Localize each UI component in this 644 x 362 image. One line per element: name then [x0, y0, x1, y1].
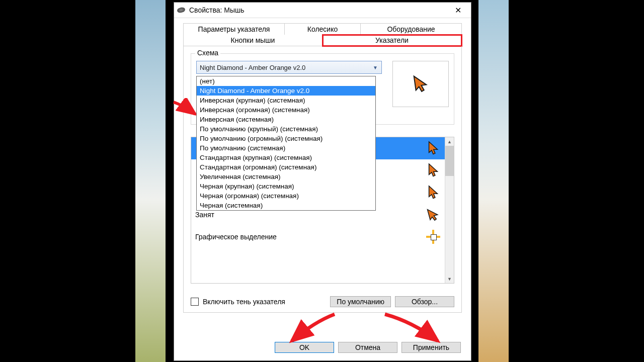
scheme-option[interactable]: (нет): [197, 76, 375, 86]
cursor-busy-icon: [426, 207, 441, 222]
scheme-option[interactable]: Стандартная (огромная) (системная): [197, 162, 375, 172]
svg-marker-0: [414, 75, 427, 93]
scheme-option[interactable]: По умолчанию (системная): [197, 143, 375, 153]
tab-buttons[interactable]: Кнопки мыши: [183, 35, 323, 46]
cursor-precision-icon: [426, 229, 441, 244]
scheme-option[interactable]: Инверсная (огромная) (системная): [197, 105, 375, 115]
cancel-button[interactable]: Отмена: [338, 342, 397, 353]
list-item-label: Графическое выделение: [195, 233, 426, 241]
pointer-shadow-label: Включить тень указателя: [203, 298, 326, 306]
scheme-option[interactable]: Инверсная (крупная) (системная): [197, 96, 375, 105]
mouse-properties-dialog: Свойства: Мышь ✕ Параметры указателя Кол…: [174, 2, 471, 361]
tab-wheel[interactable]: Колесико: [285, 23, 361, 35]
tab-pointer-options[interactable]: Параметры указателя: [183, 23, 285, 35]
tabs: Параметры указателя Колесико Оборудовани…: [183, 23, 462, 46]
scheme-combobox-value: Night Diamond - Amber Orange v2.0: [200, 64, 305, 71]
scroll-thumb[interactable]: [445, 146, 454, 176]
shadow-row: Включить тень указателя По умолчанию Обз…: [191, 296, 454, 307]
mouse-icon: [177, 7, 186, 13]
list-item[interactable]: Графическое выделение: [191, 226, 445, 248]
scheme-combobox[interactable]: Night Diamond - Amber Orange v2.0 ▼: [196, 61, 382, 74]
scroll-track[interactable]: [445, 176, 454, 275]
scheme-option[interactable]: Черная (системная): [197, 201, 375, 210]
scheme-option[interactable]: Увеличенная (системная): [197, 172, 375, 182]
scheme-preview: [392, 61, 449, 107]
close-icon: ✕: [455, 6, 461, 15]
scheme-option[interactable]: Инверсная (системная): [197, 115, 375, 124]
titlebar[interactable]: Свойства: Мышь ✕: [174, 3, 471, 18]
svg-marker-2: [429, 164, 438, 176]
chevron-down-icon: ▼: [371, 63, 379, 71]
tab-hardware[interactable]: Оборудование: [361, 23, 462, 35]
scheme-option[interactable]: Черная (крупная) (системная): [197, 182, 375, 191]
svg-marker-4: [428, 207, 439, 221]
scheme-option[interactable]: Стандартная (крупная) (системная): [197, 153, 375, 162]
scheme-option[interactable]: Night Diamond - Amber Orange v2.0: [197, 86, 375, 96]
ok-button[interactable]: OK: [275, 342, 334, 353]
cursor-help-icon: [426, 163, 441, 178]
background-left: [135, 0, 166, 362]
browse-button[interactable]: Обзор...: [395, 296, 454, 307]
tab-pointers[interactable]: Указатели: [323, 35, 462, 46]
cursor-preview-icon: [412, 74, 429, 94]
scheme-dropdown-list[interactable]: (нет) Night Diamond - Amber Orange v2.0 …: [196, 76, 376, 211]
scheme-group: Схема Night Diamond - Amber Orange v2.0 …: [191, 53, 454, 125]
svg-marker-3: [429, 186, 438, 198]
scheme-option[interactable]: По умолчанию (огромный) (системная): [197, 134, 375, 143]
scroll-down-button[interactable]: ▼: [445, 275, 454, 283]
list-scrollbar[interactable]: ▲ ▼: [445, 137, 454, 283]
cursor-background-icon: [426, 185, 441, 200]
list-item-label: Занят: [195, 211, 426, 219]
scroll-up-button[interactable]: ▲: [445, 137, 454, 146]
scheme-legend: Схема: [195, 49, 220, 57]
cursor-normal-icon: [426, 141, 441, 156]
svg-marker-1: [429, 142, 438, 154]
close-button[interactable]: ✕: [448, 3, 468, 17]
background-right: [478, 0, 509, 362]
dialog-title: Свойства: Мышь: [189, 6, 245, 14]
scheme-option[interactable]: По умолчанию (крупный) (системная): [197, 124, 375, 134]
apply-button[interactable]: Применить: [401, 342, 461, 353]
dialog-footer: OK Отмена Применить: [174, 334, 471, 360]
stage: Свойства: Мышь ✕ Параметры указателя Кол…: [0, 0, 644, 362]
scheme-option[interactable]: Черная (огромная) (системная): [197, 191, 375, 201]
use-default-button[interactable]: По умолчанию: [330, 296, 391, 307]
tab-panel: Схема Night Diamond - Amber Orange v2.0 …: [183, 46, 462, 313]
pointer-shadow-checkbox[interactable]: [191, 298, 199, 306]
